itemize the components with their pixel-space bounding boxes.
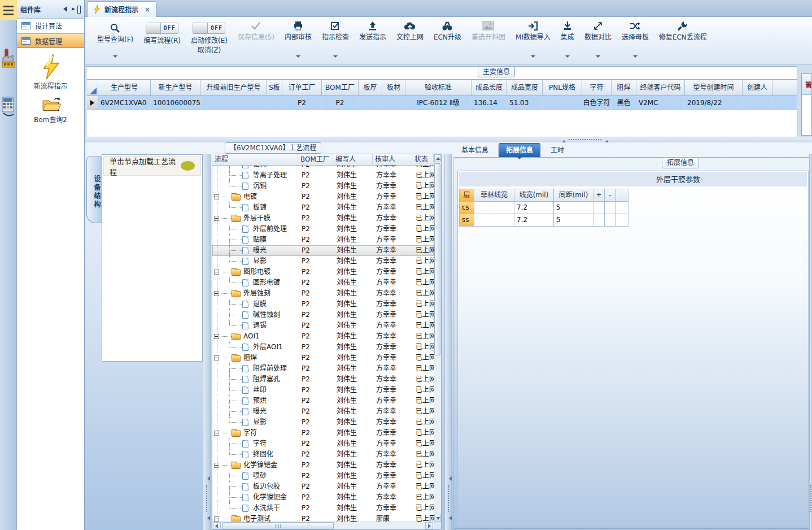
grid-column-header[interactable]: 字符 [582, 79, 612, 96]
tree-row[interactable]: 电子测试P2刘伟生廖康已上网 [212, 514, 434, 522]
scroll-right-icon[interactable] [425, 522, 433, 529]
grid-cell[interactable]: 136.14 [472, 96, 507, 110]
param-table-row[interactable]: ss7.25 [460, 214, 628, 227]
grid-column-header[interactable]: 订单工厂 [282, 79, 322, 96]
tree-row[interactable]: 外层前处理P2刘伟生方幸幸已上网 [212, 224, 434, 234]
param-table-row[interactable]: cs7.25 [460, 202, 628, 214]
grid-cell[interactable] [543, 96, 582, 110]
param-column-header[interactable]: - [605, 189, 616, 202]
chevron-down-icon[interactable] [596, 55, 600, 60]
grid-cell[interactable]: 6V2MC1XVA0 [98, 96, 151, 110]
tree-row[interactable]: 终固化P2刘伟生方幸幸已上网 [212, 449, 434, 460]
sidebar-item-design-algorithm[interactable]: 设计算法 [17, 19, 84, 33]
grid-cell[interactable] [743, 96, 772, 110]
hamburger-menu-icon[interactable] [0, 0, 17, 20]
toggle-off-switch[interactable]: OFF [146, 23, 178, 34]
tree-row[interactable]: 退锡P2刘伟生方幸幸已上网 [212, 320, 434, 331]
tree-row[interactable]: 喷砂P2刘伟生方幸幸已上网 [212, 471, 434, 481]
scroll-left-icon[interactable] [213, 522, 221, 529]
tree-row[interactable]: 钻孔P2刘伟生方幸幸已上网 [212, 166, 434, 170]
grid-cell[interactable] [382, 96, 405, 110]
tree-row[interactable]: 外层干膜P2刘伟生方幸幸已上网 [212, 213, 434, 224]
param-column-header[interactable]: + [593, 189, 605, 202]
param-column-header[interactable]: 间距(mil) [554, 189, 593, 202]
param-value-cell[interactable] [593, 214, 605, 227]
tree-row[interactable]: 电镀P2刘伟生方幸幸已上网 [212, 192, 434, 202]
write-flow-toggle[interactable]: OFF 编写流程(R) [138, 19, 186, 62]
tree-row[interactable]: 图形电镀P2刘伟生方幸幸已上网 [212, 267, 434, 277]
vertical-splitter-edge[interactable] [809, 154, 812, 530]
splitter-collapse-icon[interactable] [205, 516, 210, 520]
grid-column-header[interactable]: 升级前旧生产型号 [200, 79, 267, 96]
tree-column-header[interactable]: 核审人 [373, 154, 412, 166]
tree-column-header[interactable]: 状态 [412, 154, 434, 166]
start-edit-toggle[interactable]: OFF 启动修改(E) 取消(Z) [186, 19, 233, 62]
grid-cell[interactable]: 10010600075852 [151, 96, 200, 110]
grid-cell[interactable]: IPC-6012 Ⅱ级 [405, 96, 472, 110]
tree-row[interactable]: 化学镍钯金P2刘伟生方幸幸已上网 [212, 492, 434, 503]
tree-row[interactable]: 显影P2刘伟生方幸幸已上网 [212, 417, 434, 428]
expand-collapse-icon[interactable] [214, 463, 219, 468]
internal-audit-button[interactable]: 内部审核 [280, 19, 317, 62]
grid-column-header[interactable]: PNL规格 [543, 79, 582, 96]
grid-column-header[interactable]: 终端客户代码 [636, 79, 685, 96]
grid-column-header[interactable]: 创建人 [743, 79, 772, 96]
splitter-grip[interactable] [448, 485, 449, 512]
grid-column-header[interactable]: 阻焊 [612, 79, 636, 96]
chevron-down-icon[interactable] [296, 55, 300, 60]
param-column-header[interactable]: 菲林线宽 [474, 189, 514, 202]
expand-collapse-icon[interactable] [214, 355, 219, 360]
grid-cell[interactable] [200, 96, 267, 110]
grid-corner-cell[interactable] [87, 79, 98, 96]
tree-row[interactable]: 碱性蚀刻P2刘伟生方幸幸已上网 [212, 310, 434, 320]
tree-row[interactable]: 显影P2刘伟生方幸幸已上网 [212, 256, 434, 267]
doc-upload-button[interactable]: 文控上网 [391, 19, 429, 62]
param-value-cell[interactable]: 7.2 [514, 202, 554, 214]
horizontal-splitter[interactable] [85, 137, 812, 142]
dock-pin-icon[interactable] [72, 6, 81, 12]
tree-column-header[interactable]: BOM工厂 [298, 154, 333, 166]
tree-row[interactable]: 阻焊P2刘伟生方幸幸已上网 [212, 353, 434, 363]
model-query-button[interactable]: 型号查询(F) [92, 19, 138, 62]
grid-cell[interactable]: 51.03 [507, 96, 543, 110]
tab-device-structure[interactable]: 设备结构 [86, 157, 102, 223]
tree-row[interactable]: 外层蚀刻P2刘伟生方幸幸已上网 [212, 288, 434, 299]
grid-cell[interactable]: P2 [282, 96, 322, 110]
grid-column-header[interactable]: 型号创建时间 [685, 79, 743, 96]
grid-column-header[interactable]: BOM工厂 [322, 79, 359, 96]
param-value-cell[interactable]: 5 [554, 214, 593, 227]
sidebar-tool-new-flow[interactable]: 新流程指示 [17, 54, 84, 90]
param-column-header[interactable]: 线宽(mil) [514, 189, 554, 202]
splitter-collapse-icon[interactable] [447, 476, 452, 481]
param-column-header[interactable]: 层 [460, 189, 474, 202]
tab-extended-info[interactable]: 拓展信息 [499, 143, 540, 157]
scroll-down-icon[interactable] [434, 514, 441, 522]
tree-row[interactable]: 沉铜P2刘伟生方幸幸已上网 [212, 181, 434, 192]
tree-row[interactable]: 曝光P2刘伟生方幸幸已上网 [212, 245, 434, 256]
tree-row[interactable]: 板边包胶P2刘伟生方幸幸已上网 [212, 481, 434, 492]
toggle-off-switch[interactable]: OFF [193, 23, 225, 34]
param-column-header[interactable] [616, 189, 628, 202]
chevron-down-icon[interactable] [633, 55, 638, 60]
tree-row[interactable]: 图形电镀P2刘伟生方幸幸已上网 [212, 277, 434, 288]
tree-column-header[interactable]: 流程 [212, 154, 298, 166]
param-value-cell[interactable] [474, 202, 514, 214]
tree-vertical-scrollbar[interactable] [434, 154, 441, 522]
scrollbar-thumb[interactable] [434, 163, 440, 355]
param-value-cell[interactable] [616, 214, 628, 227]
save-info-button[interactable]: 保存信息(S) [233, 19, 280, 62]
grid-column-header[interactable]: 成品宽度 [507, 79, 543, 96]
cancel-label[interactable]: 取消(Z) [198, 46, 221, 55]
chevron-down-icon[interactable] [113, 55, 117, 60]
tree-row[interactable]: 化学镍钯金P2刘伟生方幸幸已上网 [212, 460, 434, 471]
param-layer-cell[interactable]: cs [460, 202, 474, 214]
main-grid-row[interactable]: 6V2MC1XVA010010600075852P2P2IPC-6012 Ⅱ级1… [87, 96, 796, 110]
expand-collapse-icon[interactable] [214, 334, 219, 339]
send-instruction-button[interactable]: 发送指示 [354, 19, 391, 62]
vertical-splitter-left[interactable] [203, 154, 211, 530]
grid-column-header[interactable]: 成品长度 [472, 79, 507, 96]
mi-import-button[interactable]: MI数据导入 [510, 19, 556, 62]
scroll-up-icon[interactable] [434, 154, 441, 162]
tab-work-hours[interactable]: 工时 [544, 144, 571, 157]
integrate-button[interactable]: 集成 [556, 19, 579, 62]
